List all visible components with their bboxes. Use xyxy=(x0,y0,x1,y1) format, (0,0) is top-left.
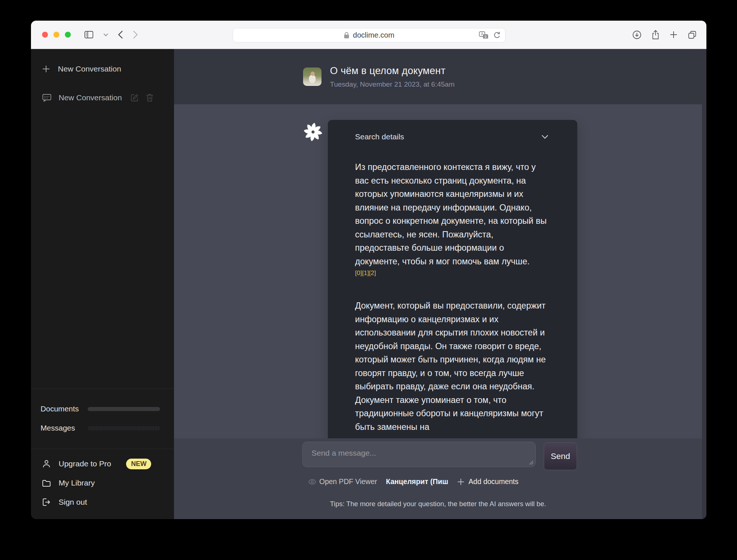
search-details-toggle[interactable]: Search details xyxy=(355,132,549,141)
usage-section: Documents Messages xyxy=(31,389,174,449)
sign-out-icon xyxy=(42,498,51,506)
chat-header: О чём в целом документ Tuesday, November… xyxy=(174,49,706,104)
new-badge: NEW xyxy=(126,459,151,469)
reload-icon[interactable] xyxy=(493,31,501,39)
upgrade-label: Upgrade to Pro xyxy=(59,459,111,468)
close-window-button[interactable] xyxy=(42,32,48,38)
browser-toolbar: doclime.com A文 xyxy=(31,21,706,49)
add-documents-button[interactable]: Add documents xyxy=(457,477,519,486)
conversation-title: New Conversation xyxy=(59,93,122,102)
plus-icon xyxy=(42,65,50,73)
minimize-window-button[interactable] xyxy=(53,32,59,38)
answer-paragraph-2: Документ, который вы предоставили, содер… xyxy=(355,299,549,434)
chevron-down-icon[interactable] xyxy=(103,33,108,36)
edit-conversation-icon[interactable] xyxy=(130,93,139,102)
search-details-label: Search details xyxy=(355,132,404,141)
chat-main: О чём в целом документ Tuesday, November… xyxy=(174,49,706,519)
messages-usage-bar xyxy=(88,426,160,430)
documents-usage-bar xyxy=(88,407,160,411)
answer-paragraph-1: Из предоставленного контекста я вижу, чт… xyxy=(355,160,549,268)
open-pdf-viewer-label: Open PDF Viewer xyxy=(319,477,377,486)
chat-bubble-icon xyxy=(42,93,52,102)
eye-icon xyxy=(308,479,316,485)
tab-overview-icon[interactable] xyxy=(688,30,697,39)
message-card: Search details Из предоставленного конте… xyxy=(328,120,577,438)
url-text: doclime.com xyxy=(353,31,394,39)
share-icon[interactable] xyxy=(651,30,660,40)
folder-icon xyxy=(42,479,51,487)
zoom-window-button[interactable] xyxy=(65,32,71,38)
plus-icon xyxy=(457,478,465,486)
message-input[interactable] xyxy=(302,442,536,467)
current-document-button[interactable]: Канцелярит (Пиш xyxy=(386,477,448,486)
citation-links[interactable]: [0][1][2] xyxy=(355,269,549,277)
forward-icon[interactable] xyxy=(133,30,138,39)
add-documents-label: Add documents xyxy=(469,477,519,486)
messages-usage-label: Messages xyxy=(41,424,75,432)
messages-usage-row: Messages xyxy=(41,418,160,438)
new-tab-icon[interactable] xyxy=(670,31,678,39)
documents-usage-label: Documents xyxy=(41,404,79,413)
send-button[interactable]: Send xyxy=(544,442,577,470)
sidebar: New Conversation New Conversation xyxy=(31,49,174,519)
sidebar-item-upgrade[interactable]: Upgrade to Pro NEW xyxy=(31,454,174,473)
translate-icon[interactable]: A文 xyxy=(479,31,489,39)
scrollbar-gutter[interactable] xyxy=(702,49,706,519)
conversation-list-item[interactable]: New Conversation xyxy=(31,87,174,108)
documents-usage-row: Documents xyxy=(41,399,160,418)
assistant-message: Search details Из предоставленного конте… xyxy=(302,120,577,438)
back-icon[interactable] xyxy=(118,30,123,39)
current-document-label: Канцелярит (Пиш xyxy=(386,477,448,486)
chat-title: О чём в целом документ xyxy=(330,65,455,77)
assistant-spiral-icon xyxy=(302,121,324,143)
user-avatar xyxy=(303,67,321,86)
composer-actions: Open PDF Viewer Канцелярит (Пиш Add docu… xyxy=(308,477,518,486)
chat-messages-area[interactable]: Search details Из предоставленного конте… xyxy=(174,104,706,438)
chevron-down-icon xyxy=(541,135,549,139)
signout-label: Sign out xyxy=(59,498,87,507)
address-bar[interactable]: doclime.com A文 xyxy=(233,28,505,42)
new-conversation-button[interactable]: New Conversation xyxy=(31,59,174,79)
sidebar-item-library[interactable]: My Library xyxy=(31,473,174,493)
svg-text:文: 文 xyxy=(484,35,487,38)
downloads-icon[interactable] xyxy=(632,30,642,39)
person-icon xyxy=(42,459,51,468)
browser-window: doclime.com A文 xyxy=(31,21,706,519)
tips-text: Tips: The more detailed your question, t… xyxy=(174,500,702,508)
sidebar-menu: Upgrade to Pro NEW My Library Sign out xyxy=(31,449,174,519)
sidebar-toggle-icon[interactable] xyxy=(84,31,94,39)
chat-timestamp: Tuesday, November 21 2023, at 6:45am xyxy=(330,80,455,88)
open-pdf-viewer-button[interactable]: Open PDF Viewer xyxy=(308,477,377,486)
new-conversation-label: New Conversation xyxy=(58,65,121,73)
traffic-lights xyxy=(42,32,71,38)
library-label: My Library xyxy=(59,479,95,487)
composer: Send Open PDF Viewer Канцелярит (Пиш xyxy=(174,438,706,519)
sidebar-item-signout[interactable]: Sign out xyxy=(31,493,174,512)
delete-conversation-icon[interactable] xyxy=(146,93,154,102)
lock-icon xyxy=(344,32,350,39)
